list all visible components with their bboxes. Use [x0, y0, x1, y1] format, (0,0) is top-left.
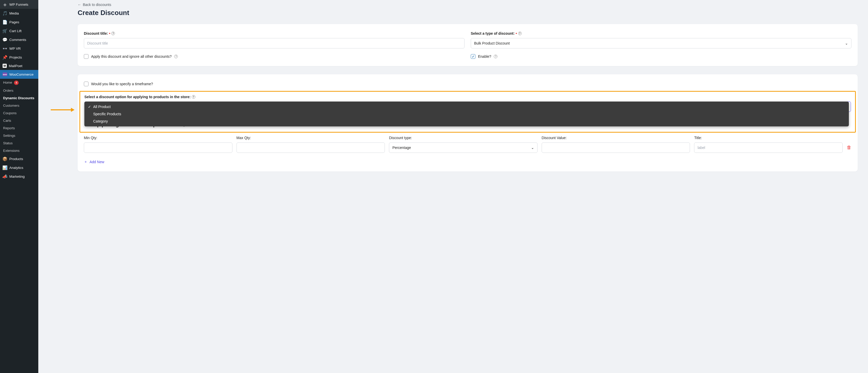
help-icon[interactable]: ?: [192, 95, 195, 99]
sidebar-label: Products: [9, 157, 23, 161]
sub-label: Home: [3, 81, 12, 84]
discount-type-label: Select a type of discount: • ?: [471, 31, 851, 35]
chevron-down-icon: ⌄: [845, 41, 848, 45]
sidebar-item-wpvr[interactable]: 👓 WP VR: [0, 44, 38, 53]
vr-icon: 👓: [3, 46, 7, 51]
sidebar-sub-coupons[interactable]: Coupons: [0, 109, 38, 117]
sidebar-item-products[interactable]: 📦 Products: [0, 154, 38, 163]
arrow-left-icon: ←: [78, 3, 81, 7]
home-badge: 4: [14, 81, 19, 85]
help-icon[interactable]: ?: [518, 32, 522, 35]
apply-ignore-checkbox[interactable]: [84, 54, 89, 59]
media-icon: 🎵: [3, 11, 7, 16]
sidebar-label: WooCommerce: [9, 73, 34, 77]
select-value: Bulk Product Discount: [474, 41, 510, 45]
discount-value-label: Discount Value:: [542, 136, 690, 140]
discount-option-dropdown: ✓ All Product Specific Products Category: [84, 102, 849, 126]
sidebar-label: Analytics: [9, 166, 23, 170]
option-label: All Product: [93, 105, 111, 109]
max-qty-input[interactable]: [237, 142, 385, 153]
tier-title-input[interactable]: [694, 142, 843, 153]
back-link-text: Back to discounts: [83, 3, 111, 7]
plus-icon: ＋: [84, 160, 88, 164]
sidebar-label: Projects: [9, 55, 22, 59]
enable-checkbox[interactable]: [471, 54, 475, 59]
sidebar-item-mailpoet[interactable]: M MailPoet: [0, 62, 38, 70]
woo-icon: woo: [3, 72, 7, 77]
sidebar-label: MailPoet: [9, 64, 23, 68]
sidebar-sub-dynamic-discounts[interactable]: Dynamic Discounts: [0, 94, 38, 102]
max-qty-label: Max Qty:: [237, 136, 385, 140]
help-icon[interactable]: ?: [174, 55, 178, 58]
check-icon: ✓: [88, 105, 91, 109]
dropdown-option-category[interactable]: Category: [84, 118, 849, 125]
sidebar-item-media[interactable]: 🎵 Media: [0, 9, 38, 18]
sidebar-item-cartlift[interactable]: 🛒 Cart Lift: [0, 26, 38, 35]
help-icon[interactable]: ?: [494, 55, 497, 58]
pages-icon: 📄: [3, 20, 7, 24]
pin-icon: 📌: [3, 55, 7, 60]
discount-config-card: Would you like to specify a timeframe? S…: [78, 74, 858, 171]
funnel-icon: ◈: [3, 2, 7, 7]
delete-tier-button[interactable]: 🗑: [847, 145, 851, 153]
sidebar-item-comments[interactable]: 💬 Comments: [0, 35, 38, 44]
products-icon: 📦: [3, 156, 7, 161]
discount-value-input[interactable]: [542, 142, 690, 153]
discount-type-select[interactable]: Bulk Product Discount ⌄: [471, 38, 851, 49]
select-option-label: Select a discount option for applying to…: [84, 95, 851, 99]
sidebar-sub-customers[interactable]: Customers: [0, 102, 38, 109]
discount-title-label: Discount title: • ?: [84, 31, 465, 35]
enable-label: Enable?: [478, 54, 491, 59]
sidebar-submenu: Home 4 Orders Dynamic Discounts Customer…: [0, 79, 38, 154]
sidebar-sub-status[interactable]: Status: [0, 139, 38, 147]
sidebar-sub-extensions[interactable]: Extensions: [0, 147, 38, 154]
add-new-tier-button[interactable]: ＋ Add New: [84, 160, 104, 164]
main-content: ← Back to discounts Create Discount Disc…: [38, 0, 868, 373]
discount-title-input[interactable]: [84, 38, 465, 49]
discount-type-tier-select[interactable]: Percentage ⌄: [389, 142, 537, 153]
discount-type-tier-label: Discount type:: [389, 136, 537, 140]
sidebar-label: Marketing: [9, 175, 25, 178]
sidebar-sub-reports[interactable]: Reports: [0, 124, 38, 132]
select-value: Percentage: [392, 146, 411, 150]
highlight-annotation: Select a discount option for applying to…: [80, 91, 856, 133]
help-icon[interactable]: ?: [111, 32, 115, 35]
sidebar-label: Comments: [9, 38, 26, 42]
arrow-annotation: [51, 109, 76, 112]
sidebar-item-woocommerce[interactable]: woo WooCommerce: [0, 70, 38, 79]
sidebar-sub-home[interactable]: Home 4: [0, 79, 38, 87]
option-label: Category: [93, 119, 108, 123]
page-title: Create Discount: [78, 9, 858, 17]
tier-title-label: Title:: [694, 136, 843, 140]
sidebar-item-projects[interactable]: 📌 Projects: [0, 53, 38, 62]
sidebar-sub-carts[interactable]: Carts: [0, 117, 38, 124]
sidebar-item-analytics[interactable]: 📊 Analytics: [0, 163, 38, 172]
sidebar-item-pages[interactable]: 📄 Pages: [0, 18, 38, 26]
timeframe-checkbox[interactable]: [84, 82, 89, 86]
min-qty-input[interactable]: [84, 142, 232, 153]
sidebar-item-marketing[interactable]: 📣 Marketing: [0, 172, 38, 181]
add-new-label: Add New: [90, 160, 104, 164]
admin-sidebar: ◈ WP Funnels 🎵 Media 📄 Pages 🛒 Cart Lift…: [0, 0, 38, 373]
comment-icon: 💬: [3, 37, 7, 42]
analytics-icon: 📊: [3, 165, 7, 170]
dropdown-option-all-product[interactable]: ✓ All Product: [84, 103, 849, 110]
marketing-icon: 📣: [3, 174, 7, 179]
mail-icon: M: [3, 64, 7, 68]
option-label: Specific Products: [93, 112, 121, 116]
sidebar-sub-orders[interactable]: Orders: [0, 87, 38, 94]
sidebar-item-wpfunnels[interactable]: ◈ WP Funnels: [0, 0, 38, 9]
timeframe-label: Would you like to specify a timeframe?: [91, 82, 153, 86]
sidebar-label: Cart Lift: [9, 29, 22, 33]
sidebar-label: Media: [9, 11, 19, 15]
sidebar-label: WP VR: [9, 47, 21, 51]
chevron-down-icon: ⌄: [531, 146, 534, 150]
sidebar-label: Pages: [9, 20, 19, 24]
cart-icon: 🛒: [3, 28, 7, 33]
pricing-tier-row: Min Qty: Max Qty: Discount type: Percent…: [84, 136, 851, 153]
dropdown-option-specific-products[interactable]: Specific Products: [84, 110, 849, 118]
min-qty-label: Min Qty:: [84, 136, 232, 140]
sidebar-sub-settings[interactable]: Settings: [0, 132, 38, 139]
back-to-discounts-link[interactable]: ← Back to discounts: [78, 3, 111, 7]
sidebar-label: WP Funnels: [9, 3, 28, 6]
